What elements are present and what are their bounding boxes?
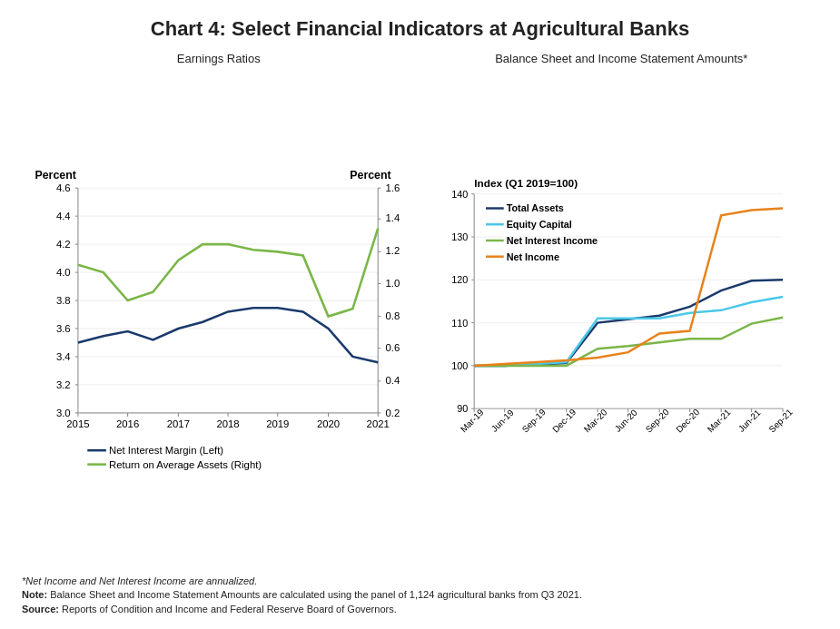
left-subtitle: Earnings Ratios <box>22 52 416 67</box>
right-subtitle: Balance Sheet and Income Statement Amoun… <box>425 52 819 67</box>
svg-text:2015: 2015 <box>66 419 89 430</box>
svg-text:90: 90 <box>457 404 468 415</box>
right-y-label: Percent <box>350 169 390 182</box>
svg-text:2019: 2019 <box>266 419 289 430</box>
svg-text:Mar-21: Mar-21 <box>705 408 732 435</box>
ec-legend-label: Equity Capital <box>506 220 571 231</box>
svg-text:Sep-19: Sep-19 <box>519 407 548 435</box>
footnote-note: Note: Balance Sheet and Income Statement… <box>22 588 818 602</box>
svg-text:4.2: 4.2 <box>56 240 71 251</box>
svg-text:4.6: 4.6 <box>56 183 71 194</box>
svg-text:4.4: 4.4 <box>56 211 71 222</box>
svg-text:130: 130 <box>451 231 468 242</box>
right-chart-panel: Balance Sheet and Income Statement Amoun… <box>425 52 819 569</box>
svg-text:100: 100 <box>451 360 468 371</box>
source-text: Reports of Condition and Income and Fede… <box>62 604 397 614</box>
svg-text:1.4: 1.4 <box>385 213 400 224</box>
svg-text:0.4: 0.4 <box>385 375 400 386</box>
net-income-line <box>474 209 783 366</box>
svg-text:140: 140 <box>451 189 468 200</box>
svg-text:1.6: 1.6 <box>385 183 400 194</box>
svg-text:Sep-21: Sep-21 <box>766 408 794 435</box>
page-title: Chart 4: Select Financial Indicators at … <box>22 16 818 43</box>
svg-text:1.2: 1.2 <box>385 246 400 257</box>
svg-text:120: 120 <box>451 275 468 286</box>
nim-legend-label: Net Interest Margin (Left) <box>109 446 223 457</box>
source-label: Source: <box>22 604 59 614</box>
svg-text:2016: 2016 <box>116 419 139 430</box>
svg-text:Jun-21: Jun-21 <box>736 408 762 434</box>
footer: *Net Income and Net Interest Income are … <box>22 575 818 616</box>
note-text: Balance Sheet and Income Statement Amoun… <box>50 589 582 600</box>
svg-text:2017: 2017 <box>167 419 190 430</box>
nii-legend-label: Net Interest Income <box>506 235 598 246</box>
right-chart-area: Index (Q1 2019=100) 90 100 110 120 <box>425 70 819 568</box>
right-index-label: Index (Q1 2019=100) <box>474 177 578 190</box>
svg-text:1.0: 1.0 <box>385 278 400 289</box>
footnote-source: Source: Reports of Condition and Income … <box>22 603 818 616</box>
svg-text:Jun-19: Jun-19 <box>489 408 515 434</box>
svg-text:Jun-20: Jun-20 <box>612 408 638 434</box>
svg-text:2021: 2021 <box>367 419 390 430</box>
svg-text:3.4: 3.4 <box>56 352 71 363</box>
svg-text:3.8: 3.8 <box>56 296 71 307</box>
svg-text:3.2: 3.2 <box>56 380 71 391</box>
svg-text:Mar-20: Mar-20 <box>581 408 608 435</box>
svg-text:Dec-19: Dec-19 <box>550 407 578 435</box>
svg-text:Dec-20: Dec-20 <box>674 407 702 435</box>
page: Chart 4: Select Financial Indicators at … <box>0 0 840 629</box>
svg-text:3.0: 3.0 <box>56 408 71 418</box>
svg-text:0.2: 0.2 <box>385 408 400 418</box>
svg-text:0.6: 0.6 <box>385 342 400 353</box>
svg-text:0.8: 0.8 <box>385 310 400 321</box>
left-chart-svg: Percent Percent 3.0 3.2 <box>22 70 416 568</box>
svg-text:2018: 2018 <box>216 419 239 430</box>
svg-text:110: 110 <box>451 318 468 329</box>
svg-text:4.0: 4.0 <box>56 268 71 279</box>
ta-legend-label: Total Assets <box>506 203 563 214</box>
svg-text:2020: 2020 <box>317 419 340 430</box>
svg-text:Sep-20: Sep-20 <box>643 407 671 435</box>
left-chart-panel: Earnings Ratios Percent Percent 3.0 <box>22 52 416 569</box>
left-y-label: Percent <box>35 169 75 182</box>
footnote-asterisk: *Net Income and Net Interest Income are … <box>22 575 818 588</box>
roa-legend-label: Return on Average Assets (Right) <box>109 459 262 470</box>
ni-legend-label: Net Income <box>506 251 558 262</box>
svg-text:3.6: 3.6 <box>56 324 71 335</box>
net-interest-income-line <box>474 318 783 366</box>
charts-row: Earnings Ratios Percent Percent 3.0 <box>22 52 818 569</box>
right-chart-svg: Index (Q1 2019=100) 90 100 110 120 <box>425 70 819 568</box>
left-chart-area: Percent Percent 3.0 3.2 <box>22 70 416 568</box>
note-label: Note: <box>22 589 47 600</box>
